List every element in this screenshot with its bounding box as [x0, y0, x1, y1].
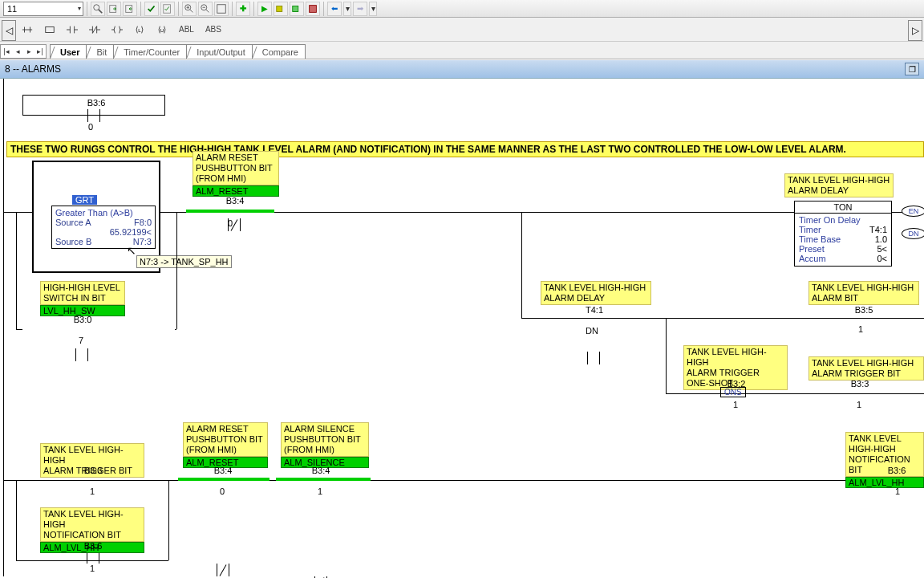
ladder-canvas[interactable]: B3:6 0 THESE TWO RUNGS CONTROL THE HIGH-…: [0, 79, 924, 578]
almsil-addr: B3:4: [305, 466, 337, 475]
almreset1-val: 0: [228, 218, 233, 228]
maximize-icon[interactable]: ❐: [905, 63, 919, 75]
svg-rect-15: [310, 5, 317, 12]
forward-icon[interactable]: ➡: [353, 2, 367, 16]
play-icon[interactable]: ▶: [257, 2, 272, 16]
ton-dn-flag: DN: [902, 228, 924, 239]
t4dn-val: DN: [586, 326, 598, 336]
almbit-val: 1: [858, 324, 863, 334]
ton-desc: TANK LEVEL HIGH-HIGHALARM DELAY: [784, 173, 894, 197]
almsil-desc: ALARM SILENCEPUSHBUTTON BIT(FROM HMI): [281, 422, 369, 457]
tab-nav-next[interactable]: ▸: [23, 45, 34, 58]
lvlsw-addr: B3:0: [63, 315, 103, 324]
tab-timer-counter[interactable]: Timer/Counter: [113, 44, 187, 59]
instr-scroll-right[interactable]: ▷: [908, 20, 922, 41]
notifin-desc: TANK LEVEL HIGH-HIGHNOTIFICATION BIT: [40, 507, 144, 542]
instr-rung-icon[interactable]: [19, 23, 35, 35]
svg-point-0: [94, 4, 99, 10]
new-icon[interactable]: ✚: [236, 2, 250, 16]
back-icon[interactable]: ⬅: [327, 2, 342, 16]
almreset2-contact[interactable]: [212, 564, 234, 576]
grt-title[interactable]: GRT: [72, 195, 97, 205]
t4dn-addr: T4:1: [574, 305, 614, 315]
almreset2-desc: ALARM RESETPUSHBUTTON BIT(FROM HMI): [183, 422, 268, 457]
svg-rect-19: [46, 26, 55, 32]
instr-abl[interactable]: ABL: [176, 23, 197, 35]
almsil-val: 1: [318, 486, 322, 496]
svg-rect-12: [217, 4, 226, 13]
almreset1-contact[interactable]: [223, 218, 245, 231]
lvlsw-contact[interactable]: [71, 348, 93, 361]
notifout-val: 1: [895, 486, 900, 496]
notifout-tag: ALM_LVL_HH: [845, 477, 924, 488]
svg-rect-13: [277, 6, 282, 11]
almreset2-val: 0: [220, 486, 225, 496]
step2-icon[interactable]: [290, 2, 304, 16]
instr-otu-icon[interactable]: U: [154, 23, 170, 35]
svg-line-10: [206, 9, 209, 12]
grt-instruction[interactable]: Greater Than (A>B) Source AF8:0 65.92199…: [51, 206, 156, 249]
instr-branch-icon[interactable]: [42, 23, 58, 35]
address-combo[interactable]: 11: [3, 2, 83, 16]
tab-user[interactable]: User: [50, 44, 87, 59]
find-icon[interactable]: [91, 2, 105, 16]
lvlsw-val: 7: [79, 336, 83, 345]
trgbit-addr: B3:3: [844, 379, 876, 389]
t4dn-desc: TANK LEVEL HIGH-HIGHALARM DELAY: [541, 281, 651, 305]
instr-scroll-left[interactable]: ◁: [2, 20, 16, 41]
trgbit-val: 1: [857, 400, 861, 409]
notifin-addr: B3:6: [77, 541, 109, 551]
cursor-icon: ↖: [127, 244, 136, 257]
instr-otl-icon[interactable]: L: [132, 23, 148, 35]
find-next-icon[interactable]: [107, 2, 121, 16]
tab-compare[interactable]: Compare: [252, 44, 306, 59]
almreset1-desc: ALARM RESETPUSHBUTTON BIT(FROM HMI): [192, 151, 279, 185]
find-prev-icon[interactable]: [123, 2, 137, 16]
zoom-out-icon[interactable]: [198, 2, 213, 16]
verify-icon[interactable]: [144, 2, 159, 16]
ladder-title: 8 -- ALARMS: [5, 63, 61, 75]
ladder-titlebar: 8 -- ALARMS ❐: [0, 59, 924, 79]
trgbit-desc: TANK LEVEL HIGH-HIGHALARM TRIGGER BIT: [808, 356, 924, 381]
tab-input-output[interactable]: Input/Output: [186, 44, 253, 59]
tab-nav-prev[interactable]: ◂: [12, 45, 23, 58]
almreset1-tag: ALM_RESET: [192, 185, 279, 197]
zoom-in-icon[interactable]: [182, 2, 197, 16]
instr-xio-icon[interactable]: [87, 23, 103, 35]
step1-icon[interactable]: [274, 2, 288, 16]
instr-abs[interactable]: ABS: [203, 23, 224, 35]
svg-text:U: U: [160, 26, 164, 32]
instr-ote-icon[interactable]: [109, 23, 125, 35]
verify-project-icon[interactable]: [160, 2, 175, 16]
forward-menu-icon[interactable]: ▾: [369, 2, 377, 16]
ons-val: 1: [733, 400, 738, 409]
notifin-val: 1: [90, 564, 95, 573]
tab-nav-first[interactable]: |◂: [1, 45, 12, 58]
svg-rect-14: [293, 6, 298, 11]
top-bit-val: 0: [88, 122, 93, 132]
instr-xic-icon[interactable]: [64, 23, 80, 35]
svg-line-28: [92, 26, 96, 33]
almreset2-addr: B3:4: [207, 466, 239, 475]
rung-comment: THESE TWO RUNGS CONTROL THE HIGH-HIGH TA…: [6, 141, 924, 157]
notifout-addr: B3:6: [881, 466, 913, 475]
trgin-val: 1: [90, 486, 95, 496]
svg-line-6: [190, 9, 193, 12]
back-menu-icon[interactable]: ▾: [343, 2, 351, 16]
tab-bit[interactable]: Bit: [86, 44, 114, 59]
ons-instruction[interactable]: ONS: [720, 387, 746, 397]
almbit-desc: TANK LEVEL HIGH-HIGHALARM BIT: [808, 281, 919, 305]
fit-icon[interactable]: [214, 2, 229, 16]
tab-nav-last[interactable]: ▸|: [34, 45, 46, 58]
svg-line-1: [99, 9, 102, 12]
main-toolbar: 11 ✚ ▶ ⬅ ▾ ➡ ▾: [0, 0, 924, 18]
stop-icon[interactable]: [306, 2, 320, 16]
top-bit-contact[interactable]: [83, 109, 105, 122]
svg-text:L: L: [138, 26, 141, 32]
instruction-toolbar: ◁ L U ABL ABS ▷: [0, 18, 924, 42]
trgin-addr: B3:3: [77, 466, 109, 475]
almreset1-addr: B3:4: [215, 196, 255, 206]
t4dn-contact[interactable]: [582, 352, 605, 364]
almbit-addr: B3:5: [844, 305, 884, 315]
ton-instruction[interactable]: TON Timer On Delay TimerT4:1 Time Base1.…: [794, 201, 892, 267]
